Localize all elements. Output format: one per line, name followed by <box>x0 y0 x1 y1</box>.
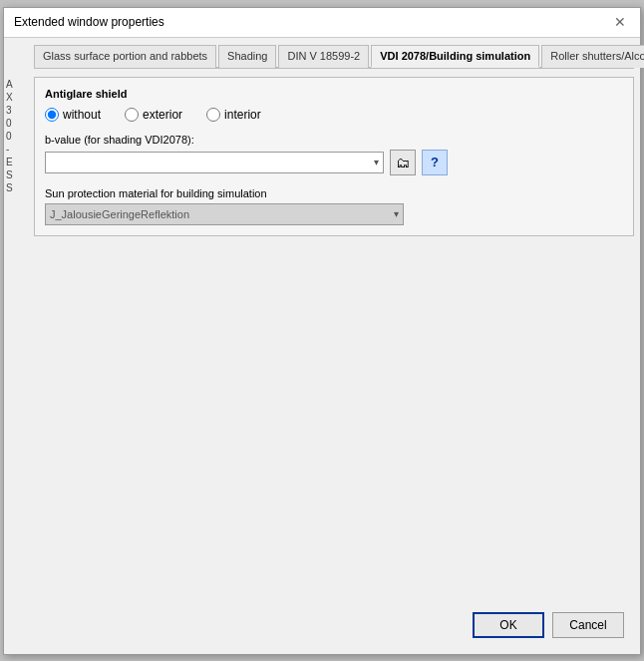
radio-exterior-input[interactable] <box>125 108 139 122</box>
sun-arrow: ▾ <box>394 208 399 219</box>
content-panel: Antiglare shield without exterior interi… <box>34 77 634 236</box>
left-side-labels: A X 3 0 0 - E S S <box>4 74 32 654</box>
radio-without-input[interactable] <box>45 108 59 122</box>
tab-roller[interactable]: Roller shutters/Alcoves <box>541 45 644 68</box>
tab-glass[interactable]: Glass surface portion and rabbets <box>34 45 216 68</box>
side-label-S2: S <box>6 181 13 194</box>
side-label-X: X <box>6 91 13 104</box>
group-antiglare: Antiglare shield <box>45 88 623 100</box>
tab-vdi[interactable]: VDI 2078/Building simulation <box>371 45 539 68</box>
main-window: Extended window properties ✕ A X 3 0 0 -… <box>3 7 641 655</box>
bvalue-arrow: ▾ <box>374 157 379 167</box>
close-button[interactable]: ✕ <box>610 12 630 32</box>
footer: OK Cancel <box>34 602 634 648</box>
bvalue-label: b-value (for shading VDI2078): <box>45 134 623 146</box>
window-body: A X 3 0 0 - E S S Glass surface portion … <box>4 38 640 654</box>
side-label-0a: 0 <box>6 117 12 130</box>
radio-interior[interactable]: interior <box>206 108 261 122</box>
radio-group-antiglare: without exterior interior <box>45 108 623 122</box>
table-icon: 🗂 <box>396 155 410 170</box>
window-title: Extended window properties <box>14 15 164 29</box>
title-bar: Extended window properties ✕ <box>4 8 640 38</box>
side-label-A: A <box>6 78 13 91</box>
sun-label: Sun protection material for building sim… <box>45 187 623 199</box>
tab-din[interactable]: DIN V 18599-2 <box>278 45 369 68</box>
sun-value: J_JalousieGeringeReflektion <box>50 208 189 220</box>
bvalue-dropdown[interactable]: ▾ <box>45 152 384 173</box>
side-label-S1: S <box>6 168 13 181</box>
tab-shading[interactable]: Shading <box>218 45 276 68</box>
sun-dropdown: J_JalousieGeringeReflektion ▾ <box>45 203 404 225</box>
table-icon-button[interactable]: 🗂 <box>390 150 416 175</box>
cancel-button[interactable]: Cancel <box>552 612 624 638</box>
help-icon: ? <box>431 155 439 169</box>
side-label-dash: - <box>6 143 9 156</box>
ok-button[interactable]: OK <box>473 612 544 638</box>
spacer <box>34 236 634 602</box>
radio-interior-input[interactable] <box>206 108 220 122</box>
bvalue-row: ▾ 🗂 ? <box>45 150 623 175</box>
radio-without[interactable]: without <box>45 108 101 122</box>
side-label-0b: 0 <box>6 130 12 143</box>
side-label-E: E <box>6 156 13 168</box>
tab-bar: Glass surface portion and rabbets Shadin… <box>34 44 634 69</box>
help-icon-button[interactable]: ? <box>422 150 448 175</box>
radio-exterior[interactable]: exterior <box>125 108 182 122</box>
side-label-3: 3 <box>6 104 12 117</box>
